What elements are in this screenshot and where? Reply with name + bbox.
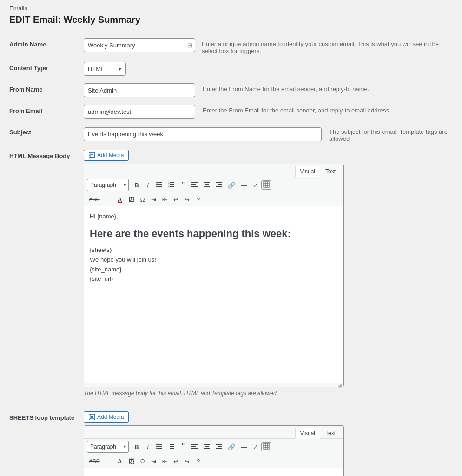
content-type-select[interactable]: HTML Plain Text [84, 62, 126, 76]
insert-image-button[interactable]: 🖼 [126, 195, 137, 204]
tab-text[interactable]: Text [320, 166, 341, 177]
svg-rect-12 [191, 182, 198, 183]
form-table: Admin Name ⊞ Enter a unique admin name t… [9, 34, 453, 476]
sheets-align-left-button[interactable] [189, 442, 200, 452]
format-select[interactable]: Paragraph Heading 1 Heading 2 Heading 3 [87, 179, 129, 191]
sheets-tab-visual[interactable]: Visual [295, 428, 320, 439]
html-editor-content[interactable]: Hi {name}, Here are the events happening… [84, 206, 343, 383]
sheets-outdent-button[interactable]: ⇤ [160, 457, 170, 466]
sheets-insert-image-button[interactable]: 🖼 [126, 457, 137, 466]
from-email-label: From Email [9, 101, 84, 122]
sheets-strikethrough-button[interactable]: ABC [87, 457, 102, 465]
sheets-fullscreen-button[interactable]: ⤢ [250, 443, 260, 451]
horizontal-line-button[interactable]: — [103, 195, 114, 204]
ordered-list-button[interactable]: 123 [166, 180, 177, 190]
subject-cell: The subject for this email. Template tag… [84, 122, 453, 146]
content-type-select-wrapper: HTML Plain Text ▼ [84, 62, 126, 76]
sheets-align-right-button[interactable] [213, 442, 224, 452]
svg-rect-32 [170, 444, 174, 445]
sheets-table-button[interactable] [261, 442, 271, 451]
unordered-list-button[interactable] [154, 180, 165, 190]
svg-rect-26 [158, 444, 162, 445]
blockquote-button[interactable]: " [178, 180, 188, 190]
sheets-align-center-button[interactable] [201, 442, 212, 452]
svg-rect-13 [191, 184, 196, 185]
sheets-horizontal-rule-button[interactable]: — [238, 443, 249, 451]
italic-button[interactable]: I [143, 181, 153, 190]
sheets-help-button[interactable]: ? [193, 457, 204, 466]
sheets-editor-content[interactable]: {sheet_title} Date: {sheet_first_date} F… [84, 468, 343, 476]
svg-rect-42 [218, 446, 222, 447]
sheets-toolbar-row-2: ABC — A 🖼 Ω ⇥ ⇤ ↩ ↪ ? [84, 455, 343, 468]
svg-rect-41 [216, 444, 222, 445]
content-line-5: {site_name} [90, 265, 338, 275]
outdent-button[interactable]: ⇤ [160, 195, 170, 204]
breadcrumb-label: Emails [9, 5, 27, 12]
sheets-format-select[interactable]: Paragraph Heading 1 Heading 2 Heading 3 [87, 441, 129, 453]
breadcrumb: Emails [9, 5, 453, 12]
from-email-input[interactable] [84, 105, 195, 119]
from-email-description: Enter the From Email for the email sende… [203, 107, 389, 114]
svg-rect-8 [170, 186, 174, 187]
sheets-add-media-button[interactable]: 🖼 Add Media [84, 411, 129, 423]
sheets-blockquote-button[interactable]: " [178, 442, 188, 452]
help-button[interactable]: ? [193, 195, 204, 204]
indent-button[interactable]: ⇥ [149, 195, 159, 204]
sheets-format-select-wrapper: Paragraph Heading 1 Heading 2 Heading 3 … [87, 441, 129, 453]
table-button[interactable] [261, 180, 271, 190]
sheets-loop-template-cell: 🖼 Add Media Visual Text Paragraph [84, 408, 453, 476]
special-char-button[interactable]: Ω [138, 195, 148, 204]
admin-name-cell: ⊞ Enter a unique admin name to identify … [84, 34, 453, 58]
sheets-indent-button[interactable]: ⇥ [149, 457, 159, 466]
sheets-content-line-1: {sheet_title} [90, 474, 338, 476]
sheets-tab-text[interactable]: Text [320, 428, 341, 438]
sheets-special-char-button[interactable]: Ω [138, 457, 148, 466]
subject-input[interactable] [84, 127, 322, 141]
align-left-button[interactable] [189, 180, 200, 190]
strikethrough-button[interactable]: ABC [87, 196, 102, 204]
text-color-button[interactable]: A [115, 195, 125, 204]
from-name-label: From Name [9, 79, 84, 101]
sheets-editor-container: Visual Text Paragraph Heading 1 Heading … [84, 425, 344, 476]
sheets-horizontal-line-button[interactable]: — [103, 457, 114, 466]
sheets-bold-button[interactable]: B [132, 443, 142, 451]
svg-rect-16 [205, 184, 209, 185]
html-message-body-cell: 🖼 Add Media Visual Text Paragraph [84, 146, 453, 400]
subject-label: Subject [9, 122, 84, 146]
link-button[interactable]: 🔗 [225, 181, 238, 190]
svg-point-5 [156, 186, 158, 187]
fullscreen-button[interactable]: ⤢ [250, 181, 260, 190]
sheets-unordered-list-button[interactable] [154, 442, 165, 452]
editor-resize-handle[interactable]: ◢ [84, 383, 343, 387]
admin-name-input[interactable] [84, 38, 195, 52]
sheets-italic-button[interactable]: I [143, 443, 153, 451]
page-wrapper: Emails EDIT Email: Weekly Summary Admin … [0, 0, 462, 476]
add-media-button[interactable]: 🖼 Add Media [84, 150, 129, 161]
sheets-ordered-list-button[interactable] [166, 442, 177, 452]
html-message-body-hint: The HTML message body for this email. HT… [84, 390, 453, 397]
undo-button[interactable]: ↩ [171, 195, 181, 204]
sheets-undo-button[interactable]: ↩ [171, 457, 181, 466]
svg-rect-43 [216, 448, 222, 449]
subject-row: Subject The subject for this email. Temp… [9, 122, 453, 146]
tab-visual[interactable]: Visual [295, 166, 320, 177]
content-line-3: {sheets} [90, 245, 338, 255]
align-right-button[interactable] [213, 180, 224, 190]
from-name-input[interactable] [84, 83, 195, 97]
horizontal-rule-button[interactable]: — [238, 181, 249, 190]
bold-button[interactable]: B [132, 181, 142, 190]
content-line-6: {site_url} [90, 274, 338, 284]
sheets-redo-button[interactable]: ↪ [182, 457, 192, 466]
svg-rect-38 [204, 444, 210, 445]
from-email-cell: Enter the From Email for the email sende… [84, 101, 453, 122]
svg-rect-20 [216, 186, 222, 187]
svg-rect-0 [158, 182, 162, 183]
redo-button[interactable]: ↪ [182, 195, 192, 204]
svg-rect-2 [158, 186, 162, 187]
svg-rect-33 [170, 446, 174, 447]
sheets-text-color-button[interactable]: A [115, 457, 125, 466]
align-center-button[interactable] [201, 180, 212, 190]
format-select-wrapper: Paragraph Heading 1 Heading 2 Heading 3 … [87, 179, 129, 191]
content-type-cell: HTML Plain Text ▼ [84, 58, 453, 79]
sheets-link-button[interactable]: 🔗 [225, 443, 238, 451]
